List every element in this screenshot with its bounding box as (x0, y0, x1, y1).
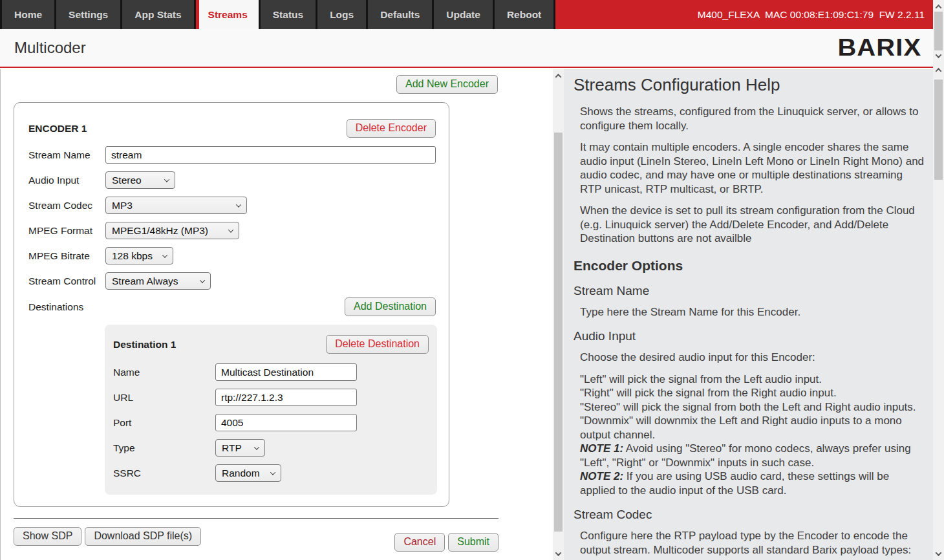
destination-name-label: Name (113, 367, 215, 378)
stream-codec-select[interactable]: MP3 (105, 197, 247, 214)
nav-tabs: Home Settings App Stats Streams Status L… (0, 0, 555, 29)
barix-logo: BARIX (837, 34, 921, 61)
destination-name-input[interactable] (215, 363, 357, 381)
scroll-down-icon[interactable] (933, 548, 944, 559)
mpeg-format-value: MPEG1/48kHz (MP3) (112, 225, 208, 237)
tab-streams[interactable]: Streams (196, 0, 259, 29)
audio-input-select[interactable]: Stereo (105, 171, 175, 189)
help-paragraph: Type here the Stream Name for this Encod… (580, 305, 925, 319)
stream-control-select[interactable]: Stream Always (105, 272, 211, 290)
destination-port-label: Port (113, 417, 215, 429)
help-heading-stream-codec: Stream Codec (574, 508, 925, 522)
help-panel: Streams Configuration Help Shows the str… (564, 69, 933, 560)
help-scrollbar (933, 63, 944, 560)
page-title: Multicoder (14, 39, 86, 57)
help-heading-encoder-options: Encoder Options (574, 258, 925, 274)
cancel-button[interactable]: Cancel (394, 533, 445, 552)
encoder-title: ENCODER 1 (28, 123, 87, 135)
destinations-label: Destinations (28, 301, 83, 313)
encoder-panel: ENCODER 1 Delete Encoder Stream Name Aud… (14, 102, 449, 507)
stream-name-input[interactable] (105, 146, 436, 164)
help-paragraph: Configure here the RTP payload type by t… (580, 529, 925, 557)
note-2-label: NOTE 2: (580, 470, 623, 482)
content-area: Add New Encoder ENCODER 1 Delete Encoder… (0, 69, 933, 560)
top-nav-bar: Home Settings App Stats Streams Status L… (0, 0, 933, 29)
show-sdp-button[interactable]: Show SDP (14, 527, 81, 546)
help-paragraph: Choose the desired audio input for this … (580, 350, 925, 365)
page: Home Settings App Stats Streams Status L… (0, 0, 944, 560)
chevron-down-icon (200, 277, 205, 283)
tab-status[interactable]: Status (261, 0, 316, 29)
tab-update[interactable]: Update (434, 0, 493, 29)
scroll-down-icon[interactable] (933, 50, 944, 61)
scroll-up-icon[interactable] (933, 1, 944, 12)
destination-url-input[interactable] (215, 389, 357, 406)
scroll-down-icon[interactable] (553, 548, 564, 559)
stream-control-label: Stream Control (28, 275, 105, 287)
mpeg-bitrate-label: MPEG Bitrate (28, 250, 105, 262)
download-sdp-button[interactable]: Download SDP file(s) (85, 527, 201, 546)
stream-codec-label: Stream Codec (28, 200, 105, 211)
tab-logs[interactable]: Logs (317, 0, 366, 29)
destination-type-select[interactable]: RTP (215, 439, 265, 457)
help-heading-audio-input: Audio Input (574, 329, 925, 343)
scroll-up-icon[interactable] (933, 65, 944, 75)
destination-url-label: URL (113, 392, 215, 404)
destination-type-label: Type (113, 442, 215, 454)
chevron-down-icon (236, 202, 241, 207)
submit-button[interactable]: Submit (448, 533, 499, 552)
page-header: Multicoder BARIX (0, 29, 933, 68)
stream-codec-value: MP3 (112, 200, 133, 211)
tab-home[interactable]: Home (2, 0, 54, 29)
chevron-down-icon (164, 177, 169, 182)
help-title: Streams Configuration Help (574, 75, 925, 95)
destination-ssrc-select[interactable]: Random (215, 464, 281, 482)
mpeg-bitrate-value: 128 kbps (112, 250, 153, 262)
destination-type-value: RTP (222, 442, 242, 454)
destination-panel: Destination 1 Delete Destination Name UR… (105, 325, 437, 495)
add-new-encoder-button[interactable]: Add New Encoder (396, 75, 498, 94)
mpeg-format-select[interactable]: MPEG1/48kHz (MP3) (105, 222, 239, 239)
note-1-label: NOTE 1: (580, 442, 623, 455)
mpeg-format-label: MPEG Format (28, 225, 105, 237)
help-heading-stream-name: Stream Name (574, 284, 925, 298)
audio-input-value: Stereo (112, 175, 142, 186)
chevron-down-icon (162, 252, 167, 257)
destination-port-input[interactable] (215, 414, 357, 431)
tab-settings[interactable]: Settings (56, 0, 120, 29)
help-paragraph: When the device is set to pull its strea… (580, 204, 925, 246)
page-scrollbar-thumb[interactable] (934, 12, 943, 50)
tab-reboot[interactable]: Reboot (495, 0, 553, 29)
help-paragraph: Shows the streams, configured from the L… (580, 105, 925, 133)
add-destination-button[interactable]: Add Destination (345, 297, 436, 316)
mpeg-bitrate-select[interactable]: 128 kbps (105, 247, 173, 264)
chevron-down-icon (254, 444, 259, 449)
tab-defaults[interactable]: Defaults (368, 0, 432, 29)
help-audio-input-details: "Left" will pick the signal from the Lef… (580, 372, 925, 498)
footer-divider (14, 518, 499, 519)
stream-control-value: Stream Always (112, 275, 178, 287)
page-scrollbar (933, 0, 944, 62)
main-panel: Add New Encoder ENCODER 1 Delete Encoder… (0, 69, 553, 560)
stream-name-label: Stream Name (28, 149, 105, 161)
destination-ssrc-label: SSRC (113, 468, 215, 479)
tab-app-stats[interactable]: App Stats (122, 0, 193, 29)
right-scroll-rail (933, 0, 944, 560)
chevron-down-icon (270, 469, 275, 475)
scroll-up-icon[interactable] (553, 70, 564, 81)
help-scrollbar-thumb[interactable] (934, 80, 943, 180)
chevron-down-icon (228, 227, 233, 232)
main-scrollbar (553, 69, 564, 560)
destination-ssrc-value: Random (222, 468, 260, 479)
delete-encoder-button[interactable]: Delete Encoder (347, 119, 436, 138)
device-info: M400_FLEXA MAC 00:08:E1:09:C1:79 FW 2.2.… (698, 0, 933, 29)
delete-destination-button[interactable]: Delete Destination (326, 335, 429, 354)
destination-title: Destination 1 (113, 339, 176, 350)
main-scrollbar-thumb[interactable] (554, 133, 563, 532)
help-paragraph: It may contain multiple encoders. A sing… (580, 140, 925, 196)
audio-input-label: Audio Input (28, 175, 105, 186)
